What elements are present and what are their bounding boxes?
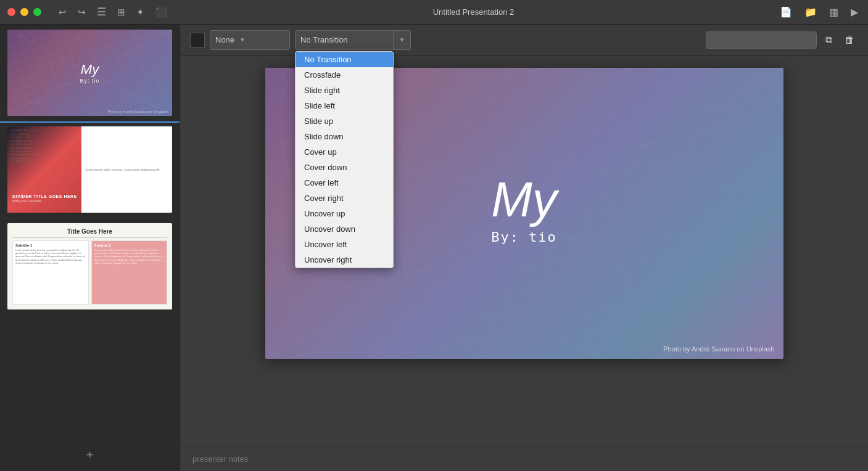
transition-item-cover-right[interactable]: Cover right bbox=[296, 190, 393, 206]
titlebar-left: ↩ ↪ ☰ ⊞ ✦ ⬛ bbox=[7, 4, 170, 20]
layout-icon[interactable]: ▦ bbox=[827, 5, 841, 19]
transition-dropdown[interactable]: No Transition bbox=[295, 30, 394, 50]
delete-button[interactable]: 🗑 bbox=[841, 32, 858, 48]
slide-thumb-inner-1: My By: tio Photo by André Sanano on Unsp… bbox=[7, 30, 172, 116]
traffic-light-red[interactable] bbox=[7, 8, 15, 16]
slide2-left: 01010110 data_flowif(x){return}var data … bbox=[7, 126, 81, 213]
traffic-light-yellow[interactable] bbox=[20, 8, 28, 16]
slide1-thumb-title: My bbox=[80, 62, 99, 78]
slide-editor: My By: tio Photo by André Sanano on Unsp… bbox=[180, 55, 868, 446]
slide-thumbnail-1[interactable]: My By: tio Photo by André Sanano on Unsp… bbox=[0, 25, 180, 121]
slide-panel: My By: tio Photo by André Sanano on Unsp… bbox=[0, 25, 180, 471]
effect-dropdown-arrow: ▼ bbox=[239, 36, 246, 43]
list-view-button[interactable]: ☰ bbox=[94, 4, 109, 20]
slide-main-title: My bbox=[491, 175, 557, 224]
slide2-divider-title: DIVIDER TITLE GOES HERE bbox=[12, 194, 79, 199]
titlebar-right: 📄 📁 ▦ ▶ bbox=[777, 5, 861, 19]
notes-area: presenter notes bbox=[180, 446, 868, 471]
traffic-light-green[interactable] bbox=[33, 8, 41, 16]
slide2-left-text: DIVIDER TITLE GOES HERE With your Subtit… bbox=[12, 194, 79, 203]
slide-main-subtitle: By: tio bbox=[491, 229, 557, 245]
titlebar-controls: ↩ ↪ ☰ ⊞ ✦ ⬛ bbox=[56, 4, 170, 20]
main-area: My By: tio Photo by André Sanano on Unsp… bbox=[0, 25, 868, 471]
toolbar: None ▼ No Transition ▼ No Transition Cro… bbox=[180, 25, 868, 55]
redo-button[interactable]: ↪ bbox=[75, 6, 88, 19]
slide3-title: Title Goes Here bbox=[12, 228, 167, 238]
transition-item-cover-down[interactable]: Cover down bbox=[296, 160, 393, 175]
content-area: None ▼ No Transition ▼ No Transition Cro… bbox=[180, 25, 868, 471]
transition-item-crossfade[interactable]: Crossfade bbox=[296, 67, 393, 83]
slide1-thumb-text: My By: tio bbox=[80, 62, 99, 84]
mode-button[interactable]: ✦ bbox=[134, 6, 147, 19]
transition-item-slide-up[interactable]: Slide up bbox=[296, 113, 393, 129]
transition-item-no-transition[interactable]: No Transition bbox=[296, 52, 393, 67]
transition-dropdown-label: No Transition bbox=[300, 35, 348, 44]
app-title: Untitled Presentation 2 bbox=[433, 7, 515, 17]
transition-item-slide-left[interactable]: Slide left bbox=[296, 98, 393, 113]
transition-dropdown-wrap: No Transition ▼ No Transition Crossfade … bbox=[295, 30, 411, 50]
grid-view-button[interactable]: ⊞ bbox=[115, 6, 128, 19]
slide3-col1-text: Lorem ipsum dolor sit amet, consectetur … bbox=[15, 248, 86, 264]
transition-item-cover-left[interactable]: Cover left bbox=[296, 175, 393, 190]
slide-thumbnail-3[interactable]: Title Goes Here Subtitle 1 Lorem ipsum d… bbox=[0, 218, 180, 315]
undo-button[interactable]: ↩ bbox=[56, 6, 69, 19]
slide-credit: Photo by André Sanano on Unsplash bbox=[663, 345, 774, 353]
add-slide-button[interactable]: + bbox=[0, 440, 180, 471]
slide2-bg: 01010110 data_flowif(x){return}var data … bbox=[7, 126, 172, 213]
transition-item-slide-down[interactable]: Slide down bbox=[296, 129, 393, 144]
add-slide-icon: + bbox=[86, 448, 94, 462]
slide-thumb-inner-3: Title Goes Here Subtitle 1 Lorem ipsum d… bbox=[7, 223, 172, 309]
copy-button[interactable]: ⧉ bbox=[822, 32, 836, 48]
transition-dropdown-arrow-btn[interactable]: ▼ bbox=[394, 30, 411, 50]
effect-dropdown[interactable]: None ▼ bbox=[210, 30, 290, 50]
slide3-col2-text: Lorem ipsum dolor sit amet, consectetur … bbox=[94, 248, 165, 264]
slide2-divider-sub: With your Subtitle bbox=[12, 199, 79, 203]
slide1-bg: My By: tio Photo by André Sanano on Unsp… bbox=[7, 30, 172, 116]
slide2-right-content: Lorem ipsum dolor sit amet, consectetur … bbox=[85, 168, 168, 172]
effect-dropdown-label: None bbox=[215, 35, 234, 44]
slide1-thumb-credit: Photo by André Sanano on Unsplash bbox=[108, 110, 168, 113]
transition-menu: No Transition Crossfade Slide right Slid… bbox=[295, 51, 394, 268]
slide1-thumb-sub: By: tio bbox=[80, 78, 99, 84]
folder-icon[interactable]: 📁 bbox=[802, 5, 819, 19]
slide-thumb-inner-2: 01010110 data_flowif(x){return}var data … bbox=[7, 126, 172, 213]
transition-item-slide-right[interactable]: Slide right bbox=[296, 83, 393, 98]
transition-item-cover-up[interactable]: Cover up bbox=[296, 144, 393, 160]
slide2-right: Lorem ipsum dolor sit amet, consectetur … bbox=[81, 126, 172, 213]
titlebar: ↩ ↪ ☰ ⊞ ✦ ⬛ Untitled Presentation 2 📄 📁 … bbox=[0, 0, 868, 25]
slide3-col1-title: Subtitle 1 bbox=[15, 244, 86, 247]
transition-item-uncover-left[interactable]: Uncover left bbox=[296, 237, 393, 252]
play-icon[interactable]: ▶ bbox=[848, 5, 861, 19]
slide3-cols: Subtitle 1 Lorem ipsum dolor sit amet, c… bbox=[12, 240, 167, 305]
document-icon[interactable]: 📄 bbox=[777, 5, 795, 19]
slide3-col1: Subtitle 1 Lorem ipsum dolor sit amet, c… bbox=[12, 240, 89, 305]
search-input[interactable] bbox=[706, 31, 817, 49]
slide3-col2-title: Subtitle 2 bbox=[94, 244, 165, 247]
transition-item-uncover-down[interactable]: Uncover down bbox=[296, 221, 393, 237]
color-swatch[interactable] bbox=[190, 33, 205, 47]
slide3-bg: Title Goes Here Subtitle 1 Lorem ipsum d… bbox=[7, 223, 172, 309]
slide-thumbnail-2[interactable]: 01010110 data_flowif(x){return}var data … bbox=[0, 121, 180, 218]
transition-item-uncover-up[interactable]: Uncover up bbox=[296, 206, 393, 221]
notes-placeholder[interactable]: presenter notes bbox=[192, 454, 248, 464]
slide-content-text: My By: tio bbox=[491, 175, 557, 245]
slide3-col2: Subtitle 2 Lorem ipsum dolor sit amet, c… bbox=[91, 240, 168, 305]
share-button[interactable]: ⬛ bbox=[153, 6, 170, 19]
transition-item-uncover-right[interactable]: Uncover right bbox=[296, 252, 393, 268]
